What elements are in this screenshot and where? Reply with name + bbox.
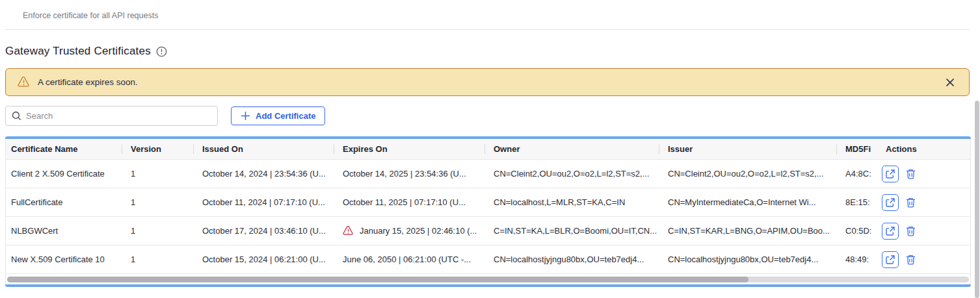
- cell-certificate-name: New X.509 Certificate 10: [6, 255, 122, 264]
- enforce-certificate-label: Enforce certificate for all API requests: [23, 11, 158, 20]
- external-link-icon: [886, 169, 895, 179]
- horizontal-scrollbar-thumb[interactable]: [7, 277, 748, 282]
- column-header-actions: Actions: [877, 144, 972, 154]
- cell-actions: [877, 223, 972, 240]
- column-header-issued-on: Issued On: [193, 144, 334, 154]
- external-link-icon: [886, 198, 895, 207]
- column-header-version: Version: [122, 144, 193, 154]
- cell-owner: CN=localhostjyjngu80bx,OU=teb7edj4...: [484, 255, 659, 264]
- column-header-expires-on: Expires On: [334, 144, 484, 154]
- column-header-md5-fingerprint: MD5Fi: [836, 144, 877, 154]
- table-header-row: Certificate Name Version Issued On Expir…: [6, 139, 970, 160]
- cell-issuer: CN=MyIntermediateCa,O=Internet Wi...: [659, 197, 836, 207]
- table-row: NLBGWCert 1 October 17, 2024 | 03:46:10 …: [6, 217, 970, 245]
- expires-on-text: October 14, 2025 | 23:54:36 (U...: [343, 169, 466, 179]
- delete-certificate-button[interactable]: [906, 255, 916, 265]
- certificates-table: Certificate Name Version Issued On Expir…: [5, 136, 971, 287]
- vertical-scrollbar-thumb[interactable]: [975, 101, 979, 298]
- expiry-warning-banner: A certificate expires soon.: [5, 68, 970, 96]
- expires-on-text: January 15, 2025 | 02:46:10 (...: [360, 226, 477, 236]
- cell-md5-fingerprint: 8E:15:: [836, 197, 877, 207]
- open-certificate-button[interactable]: [882, 166, 899, 182]
- cell-actions: [877, 166, 972, 182]
- delete-certificate-button[interactable]: [906, 226, 916, 236]
- trash-icon: [906, 255, 916, 265]
- cell-expires-on: October 11, 2025 | 07:17:10 (U...: [334, 197, 484, 207]
- column-header-issuer: Issuer: [659, 144, 836, 154]
- horizontal-scrollbar: [6, 274, 970, 284]
- open-certificate-button[interactable]: [882, 251, 899, 268]
- delete-certificate-button[interactable]: [906, 169, 916, 179]
- cell-version: 1: [122, 226, 193, 236]
- add-certificate-label: Add Certificate: [256, 111, 315, 121]
- cell-certificate-name: FullCertificate: [6, 197, 122, 207]
- info-icon[interactable]: [156, 46, 167, 57]
- warning-triangle-icon: [18, 77, 30, 88]
- close-icon[interactable]: [943, 75, 957, 90]
- cell-expires-on: June 06, 2050 | 06:21:00 (UTC -...: [334, 255, 484, 264]
- cell-owner: CN=localhost,L=MLR,ST=KA,C=IN: [484, 197, 659, 207]
- trash-icon: [906, 197, 916, 208]
- table-bottom-border: [5, 284, 971, 287]
- expiry-warning-icon: [343, 226, 354, 236]
- trash-icon: [906, 226, 916, 236]
- search-input[interactable]: [26, 111, 211, 121]
- section-divider: [5, 29, 970, 30]
- cell-version: 1: [122, 255, 193, 264]
- delete-certificate-button[interactable]: [906, 197, 916, 208]
- table-row: FullCertificate 1 October 11, 2024 | 07:…: [6, 188, 970, 217]
- external-link-icon: [886, 227, 895, 236]
- cell-expires-on: January 15, 2025 | 02:46:10 (...: [334, 226, 484, 236]
- search-box: [5, 106, 218, 126]
- cell-issued-on: October 11, 2024 | 07:17:10 (U...: [193, 197, 334, 207]
- cell-expires-on: October 14, 2025 | 23:54:36 (U...: [334, 169, 484, 179]
- column-header-owner: Owner: [484, 144, 659, 154]
- open-certificate-button[interactable]: [882, 223, 899, 240]
- cell-issued-on: October 14, 2024 | 23:54:36 (U...: [193, 169, 334, 179]
- trash-icon: [906, 169, 916, 179]
- column-header-certificate-name: Certificate Name: [6, 144, 122, 154]
- cell-issued-on: October 17, 2024 | 03:46:10 (U...: [193, 226, 334, 236]
- table-row: Client 2 X.509 Certificate 1 October 14,…: [6, 160, 970, 188]
- search-icon: [12, 111, 21, 121]
- cell-version: 1: [122, 197, 193, 207]
- table-row: New X.509 Certificate 10 1 October 15, 2…: [6, 245, 970, 274]
- expires-on-text: October 11, 2025 | 07:17:10 (U...: [343, 197, 466, 207]
- cell-version: 1: [122, 169, 193, 179]
- expires-on-text: June 06, 2050 | 06:21:00 (UTC -...: [343, 255, 471, 264]
- cell-owner: CN=Cleint2,OU=ou2,O=o2,L=l2,ST=s2,...: [484, 169, 659, 179]
- cell-md5-fingerprint: 48:49:: [836, 255, 877, 264]
- cell-issuer: CN=Cleint2,OU=ou2,O=o2,L=l2,ST=s2,...: [659, 169, 836, 179]
- cell-md5-fingerprint: C0:5D:: [836, 226, 877, 236]
- cell-actions: [877, 194, 972, 211]
- cell-issued-on: October 15, 2024 | 06:21:00 (U...: [193, 255, 334, 264]
- horizontal-scrollbar-track[interactable]: [7, 277, 969, 282]
- cell-issuer: C=IN,ST=KAR,L=BNG,O=APIM,OU=Boo...: [659, 226, 836, 236]
- banner-message: A certificate expires soon.: [38, 77, 138, 87]
- cell-md5-fingerprint: A4:8C:: [836, 169, 877, 179]
- cell-actions: [877, 251, 972, 268]
- cell-owner: C=IN,ST=KA,L=BLR,O=Boomi,OU=IT,CN...: [484, 226, 659, 236]
- plus-icon: [241, 111, 250, 121]
- add-certificate-button[interactable]: Add Certificate: [231, 106, 325, 125]
- page-title: Gateway Trusted Certificates: [5, 45, 151, 58]
- open-certificate-button[interactable]: [882, 194, 899, 211]
- table-body: Client 2 X.509 Certificate 1 October 14,…: [6, 160, 970, 274]
- cell-certificate-name: NLBGWCert: [6, 226, 122, 236]
- external-link-icon: [886, 255, 895, 264]
- cell-certificate-name: Client 2 X.509 Certificate: [6, 169, 122, 179]
- cell-issuer: CN=localhostjyjngu80bx,OU=teb7edj4...: [659, 255, 836, 264]
